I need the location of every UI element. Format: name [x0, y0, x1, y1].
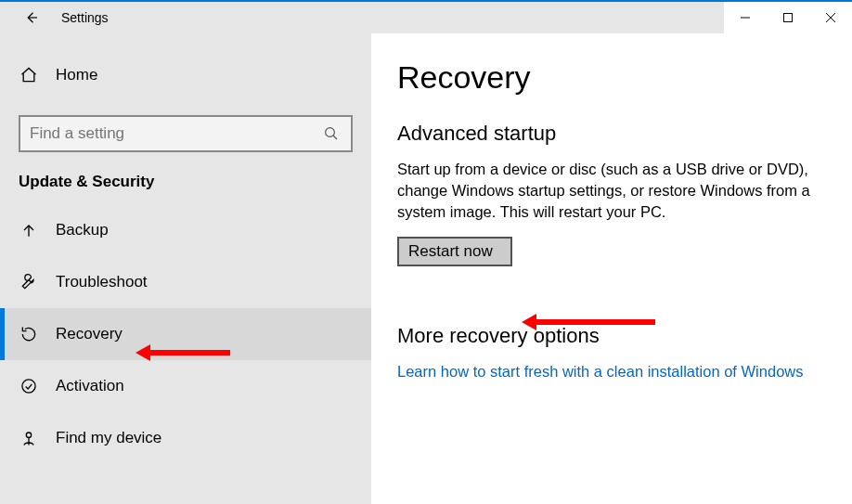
sidebar-item-backup[interactable]: Backup [0, 204, 371, 256]
search-field[interactable] [30, 124, 321, 143]
svg-point-8 [22, 380, 35, 393]
troubleshoot-icon [19, 272, 39, 292]
sidebar-item-troubleshoot[interactable]: Troubleshoot [0, 256, 371, 308]
more-recovery-heading: More recovery options [397, 324, 826, 348]
advanced-startup-body: Start up from a device or disc (such as … [397, 159, 824, 222]
svg-rect-2 [784, 14, 793, 22]
home-icon [19, 65, 39, 85]
sidebar-item-label: Troubleshoot [56, 273, 148, 291]
start-fresh-link[interactable]: Learn how to start fresh with a clean in… [397, 361, 803, 382]
backup-icon [19, 220, 39, 240]
svg-point-5 [326, 128, 335, 137]
home-label: Home [56, 66, 97, 84]
minimize-button[interactable] [724, 2, 767, 33]
svg-line-6 [333, 136, 337, 139]
sidebar-item-activation[interactable]: Activation [0, 360, 371, 412]
annotation-arrow [535, 319, 655, 325]
back-button[interactable] [19, 5, 45, 31]
search-input[interactable] [19, 115, 353, 152]
main-panel: Recovery Advanced startup Start up from … [371, 33, 852, 504]
page-title: Recovery [397, 59, 826, 96]
maximize-button[interactable] [767, 2, 809, 33]
activation-icon [19, 376, 39, 396]
close-button[interactable] [809, 2, 852, 33]
advanced-startup-heading: Advanced startup [397, 122, 826, 146]
sidebar-item-label: Find my device [56, 429, 161, 447]
sidebar: Home Update & Security Backup [0, 33, 371, 504]
home-nav[interactable]: Home [0, 56, 371, 95]
recovery-icon [19, 324, 39, 344]
sidebar-item-label: Backup [56, 221, 109, 239]
annotation-arrow [148, 350, 230, 355]
restart-now-button[interactable]: Restart now [397, 237, 512, 266]
svg-point-9 [26, 433, 31, 437]
sidebar-item-label: Recovery [56, 325, 123, 343]
sidebar-item-findmydevice[interactable]: Find my device [0, 412, 371, 464]
titlebar: Settings [0, 2, 852, 33]
selection-accent [0, 308, 5, 360]
sidebar-item-label: Activation [56, 377, 124, 395]
arrow-left-icon [21, 7, 42, 28]
category-heading: Update & Security [0, 173, 371, 204]
findmydevice-icon [19, 428, 39, 448]
app-title: Settings [61, 10, 109, 25]
search-icon [321, 123, 342, 144]
